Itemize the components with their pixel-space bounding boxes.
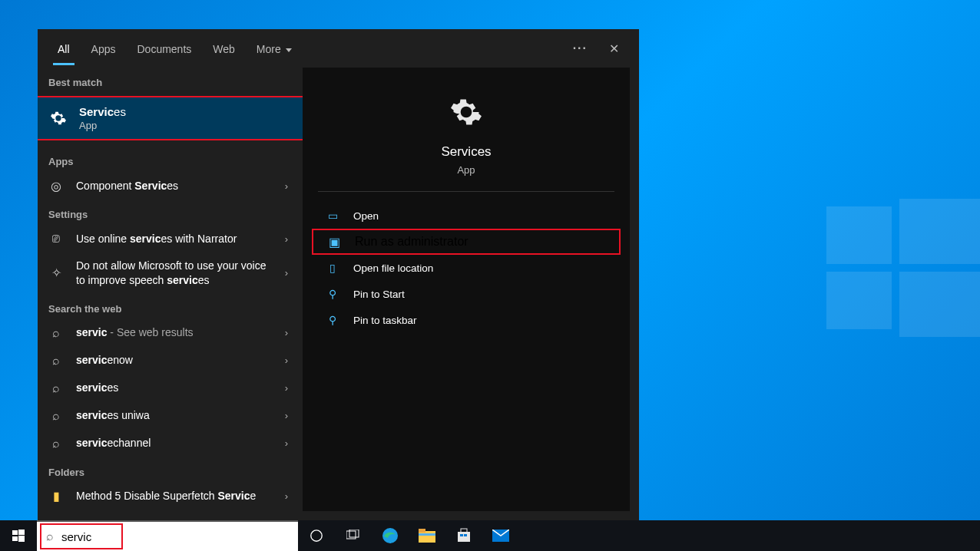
folder-icon: ▮ [48,489,64,504]
action-label: Open [353,210,379,222]
web-result[interactable]: ⌕ servic - See web results › [38,319,303,347]
svg-rect-3 [18,536,25,542]
action-pin-start[interactable]: ⚲ Pin to Start [303,281,630,307]
search-icon: ⌕ [48,408,64,424]
settings-result-text: Do not allow Microsoft to use your voice… [76,259,269,288]
search-icon: ⌕ [46,530,54,543]
svg-rect-8 [419,531,435,543]
tab-web[interactable]: Web [202,31,246,65]
search-icon: ⌕ [48,436,64,451]
action-label: Pin to taskbar [353,315,417,326]
settings-result-text: Use online services with Narrator [76,232,269,246]
search-icon: ⌕ [48,353,64,368]
action-label: Open file location [353,262,433,274]
svg-rect-13 [460,534,463,536]
svg-rect-9 [419,529,425,533]
settings-result[interactable]: ✧ Do not allow Microsoft to use your voi… [38,252,303,294]
chevron-right-icon: › [281,410,292,421]
settings-result[interactable]: ⎚ Use online services with Narrator › [38,225,303,252]
start-search-panel: All Apps Documents Web More ··· ✕ Best m… [38,29,639,520]
tab-apps[interactable]: Apps [81,31,127,65]
svg-rect-1 [18,530,25,535]
section-folders: Folders [38,457,303,483]
web-result[interactable]: ⌕ services › [38,374,303,402]
section-web: Search the web [38,294,303,319]
web-result[interactable]: ⌕ services uniwa › [38,402,303,430]
chevron-right-icon: › [281,267,292,279]
svg-rect-10 [419,533,435,536]
detail-column: Services App ▭ Open ▣ Run as administrat… [303,68,630,511]
gear-icon [448,94,485,130]
detail-subtitle: App [303,164,630,176]
start-button[interactable] [0,520,37,551]
task-view-icon[interactable] [335,520,372,551]
cortana-icon[interactable] [298,520,335,551]
pin-icon: ⚲ [326,313,339,327]
svg-point-4 [311,530,322,541]
desktop-windows-logo [826,199,980,352]
tab-documents[interactable]: Documents [126,31,202,65]
open-icon: ▭ [326,209,339,223]
action-label: Run as administrator [355,235,468,249]
action-pin-taskbar[interactable]: ⚲ Pin to taskbar [303,307,630,333]
chevron-right-icon: › [281,382,292,394]
action-run-admin-highlight[interactable]: ▣ Run as administrator [312,229,621,255]
web-result-text: servicenow [76,353,269,368]
search-icon: ⌕ [48,325,64,341]
web-result-text: services uniwa [76,408,269,423]
chevron-right-icon: › [281,327,292,338]
store-icon[interactable] [445,520,482,551]
folder-result[interactable]: ▮ Method 5 Disable Superfetch Service › [38,483,303,510]
search-tabs: All Apps Documents Web More ··· ✕ [38,29,639,68]
component-services-icon: ◎ [48,178,64,193]
tab-all[interactable]: All [47,31,81,65]
action-open[interactable]: ▭ Open [303,203,630,229]
best-match-highlight: Services App [38,96,303,140]
chevron-right-icon: › [281,180,292,192]
taskbar: ⌕ [0,520,980,551]
search-input[interactable] [61,530,289,543]
web-result-text: servic - See web results [76,325,269,340]
results-column: Best match Services App Apps ◎ Component… [38,68,303,520]
folder-result-text: Method 5 Disable Superfetch Service [76,489,269,503]
best-match-title: Services [79,105,126,118]
mail-icon[interactable] [482,520,519,551]
web-result-text: services [76,381,269,395]
svg-rect-11 [458,532,470,542]
action-open-location[interactable]: ▯ Open file location [303,255,630,281]
chevron-right-icon: › [281,437,292,449]
chevron-right-icon: › [281,355,292,366]
gear-icon [50,110,67,127]
chevron-right-icon: › [281,490,292,502]
narrator-icon: ⎚ [48,231,64,246]
web-result[interactable]: ⌕ servicenow › [38,347,303,374]
web-result-text: servicechannel [76,436,269,450]
best-match-subtitle: App [79,120,126,131]
section-best-match: Best match [38,68,303,93]
folder-open-icon: ▯ [326,261,339,275]
section-apps: Apps [38,147,303,172]
app-result-text: Component Services [76,179,269,193]
edge-icon[interactable] [372,520,409,551]
taskbar-search-box[interactable]: ⌕ [37,520,298,551]
section-settings: Settings [38,200,303,225]
chevron-right-icon: › [281,233,292,245]
pin-icon: ⚲ [326,287,339,301]
separator [318,191,614,192]
web-result[interactable]: ⌕ servicechannel › [38,430,303,457]
svg-rect-14 [464,534,467,536]
svg-rect-0 [12,530,18,535]
privacy-icon: ✧ [48,266,64,281]
search-icon: ⌕ [48,381,64,396]
tab-more[interactable]: More [246,31,303,65]
best-match-result[interactable]: Services App [38,97,303,139]
action-label: Pin to Start [353,289,405,300]
more-options-icon[interactable]: ··· [562,34,598,63]
app-result[interactable]: ◎ Component Services › [38,172,303,200]
detail-title: Services [303,144,630,160]
shield-icon: ▣ [327,235,341,249]
file-explorer-icon[interactable] [409,520,445,551]
close-icon[interactable]: ✕ [598,34,630,64]
svg-rect-2 [12,536,18,541]
